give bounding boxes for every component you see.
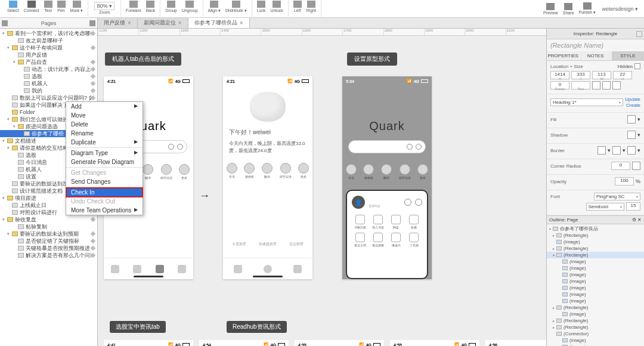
ctx-diagram-type[interactable]: Diagram Type▶ <box>66 149 143 157</box>
tab-icon[interactable] <box>133 265 141 273</box>
tree-item[interactable]: 机器人 <box>0 80 97 87</box>
doc-tab[interactable]: 新闻问题定位× <box>138 18 188 28</box>
outline-item[interactable]: ▸(Rectangle) <box>547 317 644 324</box>
font-size-input[interactable]: 15 <box>626 202 640 211</box>
avatar-item[interactable]: 更多 <box>298 163 309 178</box>
close-icon[interactable]: × <box>240 20 243 26</box>
tab-icon[interactable] <box>264 265 272 273</box>
font-family-dropdown[interactable]: PingFang SC▾ <box>594 193 640 200</box>
outline-item[interactable]: ▸(Rectangle) <box>547 232 644 239</box>
doc-tab[interactable]: 用户反馈× <box>98 18 138 28</box>
tree-item[interactable]: 数据上可以反应这个问题吗? 如果反 <box>0 94 97 101</box>
tool-forward[interactable]: Forward <box>123 0 144 13</box>
x-input[interactable]: 1414X <box>550 71 569 79</box>
grid-item[interactable]: 书籍历史 <box>352 215 369 229</box>
tree-item[interactable]: 改之前是哪样子 <box>0 37 97 44</box>
outline-item[interactable]: (Image) <box>547 239 644 245</box>
fill-swatch[interactable] <box>627 115 636 123</box>
tab-style[interactable]: STYLE <box>612 51 644 60</box>
widget-style-dropdown[interactable]: Heading 1*▾ <box>550 98 623 106</box>
outline-item[interactable]: (Connector) <box>547 330 644 337</box>
avatar-item[interactable]: 翻译 <box>381 164 392 180</box>
tab-icon[interactable] <box>234 265 242 273</box>
tab-properties[interactable]: PROPERTIES <box>547 51 579 60</box>
refresh-icon[interactable] <box>404 199 411 206</box>
outline-item[interactable]: ▸(Rectangle) <box>547 304 644 311</box>
grid-item[interactable]: 最近文档 <box>352 233 369 247</box>
tab-icon[interactable] <box>111 265 119 273</box>
border-color[interactable] <box>627 146 636 155</box>
user-avatar-icon[interactable]: 👤 <box>352 196 365 209</box>
outline-item[interactable]: ▾你参考了哪些良品 <box>547 225 644 232</box>
avatar-item[interactable]: 夸克 <box>346 164 357 180</box>
flip-h-icon[interactable] <box>592 81 600 89</box>
pill[interactable]: 卡克推荐 <box>228 240 250 248</box>
tool-distribute[interactable]: Distribute ▾ <box>223 0 249 14</box>
tree-item[interactable]: 动态：设计此事，内容上不1 <box>0 66 97 73</box>
ctx-move[interactable]: Move <box>66 111 143 120</box>
ctx-more-team-operations[interactable]: More Team Operations▶ <box>66 206 143 215</box>
text-rot-input[interactable]: Text <box>571 81 590 89</box>
tree-item[interactable]: 用户反馈 <box>0 51 97 58</box>
outline-item[interactable]: (Image) <box>547 278 644 285</box>
avatar-item[interactable]: 更多 <box>179 164 190 180</box>
ctx-duplicate[interactable]: Duplicate▶ <box>66 138 143 147</box>
y-input[interactable]: 333Y <box>571 71 590 79</box>
tree-item[interactable]: 解决方案是否有那么几个问题 <box>0 252 97 259</box>
search-input[interactable] <box>348 140 426 153</box>
shadow-swatch[interactable] <box>627 131 636 139</box>
bottom-sheet[interactable]: 👤 点击登录登录同步 书籍历史加入书架网盘收藏最近文档最近搜索播放式工具箱 <box>346 190 428 279</box>
avatar-item[interactable]: 翻译 <box>143 164 153 180</box>
user-menu[interactable]: wetersdesign ▾ <box>602 6 638 12</box>
avatar-item[interactable]: 阅字日语 <box>280 163 292 178</box>
tree-item[interactable]: 粘验复制 <box>0 223 97 230</box>
grid-item[interactable]: 收藏 <box>405 215 422 229</box>
tool-align[interactable]: Align ▾ <box>206 0 224 14</box>
ctx-check-in[interactable]: Check In <box>66 188 143 197</box>
tool-ungroup[interactable]: Ungroup <box>179 0 200 13</box>
ctx-send-changes[interactable]: Send Changes <box>66 177 143 186</box>
ctx-generate-flow-diagram[interactable]: Generate Flow Diagram <box>66 157 143 166</box>
tool-connect[interactable]: Connect <box>21 0 41 13</box>
outline-tools[interactable]: ⚙ ✕ <box>632 217 642 223</box>
close-icon[interactable]: × <box>178 20 182 26</box>
grid-item[interactable]: 最近搜索 <box>370 233 386 247</box>
outline-item[interactable]: ▸(Rectangle) <box>547 324 644 330</box>
artboard-strip[interactable]: 4:41📶4G7Y24 <box>104 340 193 346</box>
tree-item[interactable]: ▾这个样子有啥问题 <box>0 44 97 51</box>
outline-item[interactable]: (Image) <box>547 258 644 265</box>
h-input[interactable]: 22H <box>613 71 632 79</box>
flip-v-icon[interactable] <box>602 81 611 89</box>
ctx-add[interactable]: Add▶ <box>66 102 143 111</box>
outline-item[interactable]: (Image) <box>547 265 644 271</box>
tool-share[interactable]: Share <box>561 2 577 16</box>
avatar-item[interactable]: 夸克 <box>227 163 237 178</box>
tool-left[interactable]: Left <box>291 0 304 13</box>
tree-item[interactable]: 关键格暴是否按照预期推进 <box>0 245 97 252</box>
artboard-phone-2[interactable]: 4:21📶4G 下午好！weiwei 今天白天雨，晚上阴，最高温度33.0度，最… <box>223 76 312 279</box>
grid-item[interactable]: 网盘 <box>388 215 404 229</box>
avatar-item[interactable]: 搜相机 <box>244 163 255 178</box>
tab-icon[interactable] <box>156 265 164 273</box>
tree-item[interactable]: 我的 <box>0 87 97 94</box>
outline-item[interactable]: (Image) <box>547 337 644 344</box>
artboard-strip[interactable]: 4:56📶4G设备详情 <box>485 340 546 346</box>
tool-pen[interactable]: Pen <box>55 0 68 13</box>
tree-item[interactable]: ▾产品自查 <box>0 58 97 66</box>
tool-select[interactable]: Select <box>5 0 21 13</box>
mic-icon[interactable] <box>407 144 413 150</box>
font-weight-dropdown[interactable]: Semibold▾ <box>586 203 625 211</box>
create-style-link[interactable]: Create <box>625 103 640 108</box>
tool-publish[interactable]: Publish ▾ <box>577 2 599 16</box>
w-input[interactable]: 113W <box>592 71 611 79</box>
tool-group[interactable]: Group <box>163 0 179 13</box>
search-icon[interactable] <box>89 20 95 26</box>
outline-item[interactable]: (Image) <box>547 344 644 346</box>
tree-item[interactable]: ▾要验证的数据未达到预期 <box>0 230 97 237</box>
tab-icon[interactable] <box>293 265 302 273</box>
camera-icon[interactable] <box>177 144 183 150</box>
artboard-strip[interactable]: 4:55📶4G设备详情 <box>390 340 479 346</box>
avatar-item[interactable]: 阅字日语 <box>399 164 411 180</box>
tree-item[interactable]: 是否锁定错了关键指标 <box>0 237 97 245</box>
grid-item[interactable]: 播放式 <box>388 233 404 247</box>
